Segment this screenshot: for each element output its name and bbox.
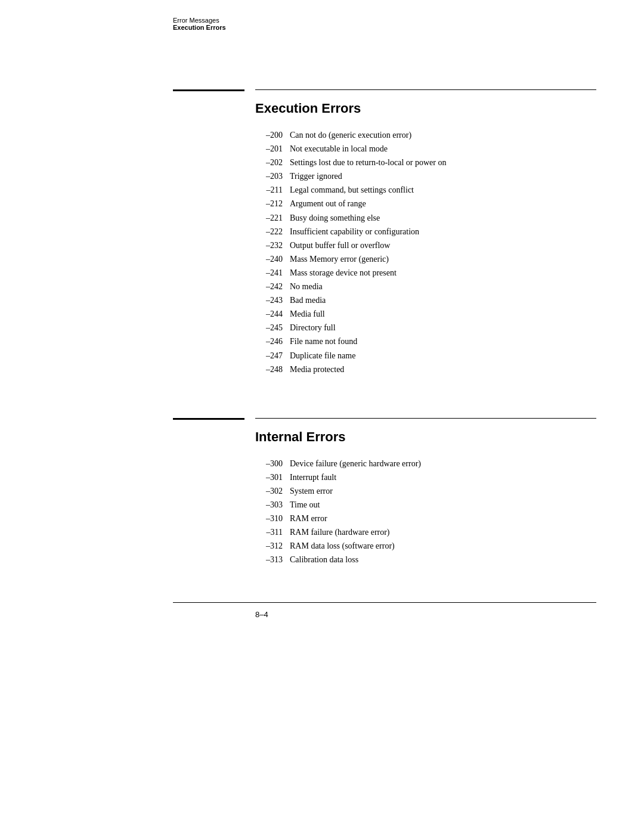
list-item: –301 Interrupt fault: [255, 470, 596, 484]
list-item: –221 Busy doing something else: [255, 211, 596, 225]
error-desc: Calibration data loss: [290, 553, 358, 566]
list-item: –222 Insufficient capability or configur…: [255, 225, 596, 239]
error-desc: Mass Memory error (generic): [290, 252, 389, 266]
error-desc: Not executable in local mode: [290, 142, 388, 156]
error-desc: RAM failure (hardware error): [290, 525, 390, 539]
error-code: –313: [255, 553, 283, 566]
page-container: Error Messages Execution Errors Executio…: [0, 0, 644, 833]
error-desc: Duplicate file name: [290, 349, 355, 363]
error-code: –222: [255, 225, 283, 239]
error-code: –302: [255, 484, 283, 498]
error-code: –200: [255, 128, 283, 142]
error-code: –240: [255, 252, 283, 266]
page-number: 8–4: [173, 610, 596, 619]
list-item: –232 Output buffer full or overflow: [255, 239, 596, 252]
breadcrumb-line2: Execution Errors: [173, 24, 226, 31]
list-item: –244 Media full: [255, 307, 596, 321]
error-code: –245: [255, 321, 283, 335]
error-desc: Insufficient capability or configuration: [290, 225, 419, 239]
error-desc: No media: [290, 280, 323, 293]
error-desc: Media full: [290, 307, 325, 321]
error-code: –312: [255, 539, 283, 553]
list-item: –300 Device failure (generic hardware er…: [255, 457, 596, 470]
execution-errors-heading: Execution Errors: [173, 101, 596, 116]
list-item: –212 Argument out of range: [255, 197, 596, 210]
list-item: –243 Bad media: [255, 293, 596, 307]
list-item: –312 RAM data loss (software error): [255, 539, 596, 553]
breadcrumb-line1: Error Messages: [173, 17, 226, 24]
error-code: –300: [255, 457, 283, 470]
error-code: –201: [255, 142, 283, 156]
error-desc: Argument out of range: [290, 197, 366, 210]
section-top-rule: [173, 83, 596, 91]
error-desc: Bad media: [290, 293, 326, 307]
list-item: –203 Trigger ignored: [255, 169, 596, 183]
content-area: Execution Errors –200 Can not do (generi…: [0, 83, 644, 619]
page-header: Error Messages Execution Errors: [173, 17, 226, 31]
error-code: –211: [255, 183, 283, 197]
error-desc: System error: [290, 484, 333, 498]
error-desc: Settings lost due to return-to-local or …: [290, 156, 446, 169]
list-item: –310 RAM error: [255, 512, 596, 525]
list-item: –202 Settings lost due to return-to-loca…: [255, 156, 596, 169]
right-rule-line: [255, 89, 596, 90]
error-desc: Trigger ignored: [290, 169, 342, 183]
error-code: –242: [255, 280, 283, 293]
error-desc: Mass storage device not present: [290, 266, 397, 280]
error-code: –203: [255, 169, 283, 183]
error-desc: Can not do (generic execution error): [290, 128, 411, 142]
error-code: –301: [255, 470, 283, 484]
list-item: –302 System error: [255, 484, 596, 498]
list-item: –240 Mass Memory error (generic): [255, 252, 596, 266]
error-desc: Output buffer full or overflow: [290, 239, 390, 252]
internal-errors-list: –300 Device failure (generic hardware er…: [173, 457, 596, 567]
list-item: –313 Calibration data loss: [255, 553, 596, 566]
list-item: –200 Can not do (generic execution error…: [255, 128, 596, 142]
left-rule-block-2: [173, 418, 244, 420]
error-desc: RAM data loss (software error): [290, 539, 395, 553]
error-desc: Directory full: [290, 321, 336, 335]
error-desc: File name not found: [290, 335, 357, 348]
error-code: –303: [255, 498, 283, 512]
error-desc: Device failure (generic hardware error): [290, 457, 421, 470]
internal-errors-section: Internal Errors –300 Device failure (gen…: [173, 412, 596, 567]
error-desc: Interrupt fault: [290, 470, 336, 484]
error-code: –244: [255, 307, 283, 321]
list-item: –201 Not executable in local mode: [255, 142, 596, 156]
left-rule-block: [173, 89, 244, 91]
list-item: –242 No media: [255, 280, 596, 293]
list-item: –248 Media protected: [255, 363, 596, 376]
error-code: –241: [255, 266, 283, 280]
list-item: –311 RAM failure (hardware error): [255, 525, 596, 539]
list-item: –211 Legal command, but settings conflic…: [255, 183, 596, 197]
list-item: –247 Duplicate file name: [255, 349, 596, 363]
error-code: –202: [255, 156, 283, 169]
error-desc: Legal command, but settings conflict: [290, 183, 414, 197]
execution-errors-section: Execution Errors –200 Can not do (generi…: [173, 83, 596, 376]
error-code: –212: [255, 197, 283, 210]
list-item: –246 File name not found: [255, 335, 596, 348]
error-code: –247: [255, 349, 283, 363]
error-desc: Time out: [290, 498, 320, 512]
error-desc: Media protected: [290, 363, 344, 376]
error-desc: Busy doing something else: [290, 211, 380, 225]
list-item: –241 Mass storage device not present: [255, 266, 596, 280]
section-top-rule-2: [173, 412, 596, 420]
error-code: –232: [255, 239, 283, 252]
list-item: –303 Time out: [255, 498, 596, 512]
bottom-rule: [173, 602, 596, 603]
list-item: –245 Directory full: [255, 321, 596, 335]
internal-errors-heading: Internal Errors: [173, 429, 596, 445]
error-code: –243: [255, 293, 283, 307]
error-code: –311: [255, 525, 283, 539]
error-code: –310: [255, 512, 283, 525]
error-code: –246: [255, 335, 283, 348]
right-rule-line-2: [255, 418, 596, 419]
execution-errors-list: –200 Can not do (generic execution error…: [173, 128, 596, 376]
error-code: –221: [255, 211, 283, 225]
error-code: –248: [255, 363, 283, 376]
error-desc: RAM error: [290, 512, 327, 525]
